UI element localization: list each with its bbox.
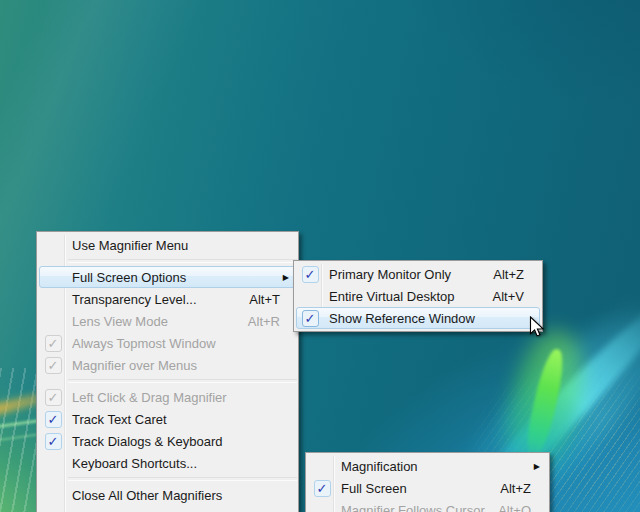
check-icon: ✓ <box>305 268 316 281</box>
menu-separator <box>37 376 298 386</box>
magnifier-mode-submenu: Magnification▶✓Full ScreenAlt+ZMagnifier… <box>305 452 550 512</box>
menu-item-shortcut: Alt+R <box>248 314 295 329</box>
menu-item-magnification[interactable]: Magnification▶ <box>308 455 547 477</box>
menu-item-lens-view-mode[interactable]: Lens View ModeAlt+R <box>39 310 296 332</box>
menu-item-shortcut: Alt+Q <box>498 503 546 512</box>
check-icon: ✓ <box>48 359 59 372</box>
menu-item-track-dialogs-keyboard[interactable]: ✓Track Dialogs & Keyboard <box>39 430 296 452</box>
menu-item-use-magnifier-menu[interactable]: Use Magnifier Menu <box>39 234 296 256</box>
menu-item-label: Lens View Mode <box>66 314 168 329</box>
menu-item-label: Use Magnifier Menu <box>66 238 188 253</box>
menu-item-label: Transparency Level... <box>66 292 197 307</box>
check-icon: ✓ <box>317 482 328 495</box>
menu-item-gutter: ✓ <box>297 310 323 327</box>
check-icon: ✓ <box>305 312 316 325</box>
menu-item-label: Full Screen Options <box>66 270 186 285</box>
magnifier-context-menu: Use Magnifier MenuFull Screen Options▶Tr… <box>36 231 299 512</box>
submenu-arrow-icon: ▶ <box>283 273 289 282</box>
menu-item-transparency-level[interactable]: Transparency Level...Alt+T <box>39 288 296 310</box>
menu-item-gutter: ✓ <box>40 335 66 352</box>
menu-item-shortcut: Alt+Z <box>493 267 539 282</box>
menu-item-close-all-magnifiers[interactable]: Close All Magnifiers <box>39 506 296 512</box>
menu-item-label: Primary Monitor Only <box>323 267 451 282</box>
menu-item-gutter: ✓ <box>309 480 335 497</box>
menu-item-shortcut: Alt+Z <box>500 481 546 496</box>
checkbox: ✓ <box>45 357 62 374</box>
menu-item-gutter: ✓ <box>40 357 66 374</box>
menu-item-label: Left Click & Drag Magnifier <box>66 390 227 405</box>
menu-item-label: Close All Other Magnifiers <box>66 488 222 503</box>
check-icon: ✓ <box>48 413 59 426</box>
menu-item-full-screen-options[interactable]: Full Screen Options▶ <box>39 266 296 288</box>
menu-item-always-topmost-window[interactable]: ✓Always Topmost Window <box>39 332 296 354</box>
menu-item-label: Magnification <box>335 459 418 474</box>
arrow-cursor-icon <box>529 316 544 338</box>
menu-item-gutter: ✓ <box>40 389 66 406</box>
menu-item-gutter: ✓ <box>40 433 66 450</box>
menu-item-keyboard-shortcuts[interactable]: Keyboard Shortcuts... <box>39 452 296 474</box>
checkbox: ✓ <box>314 480 331 497</box>
screen: { "icons": { "check_glyph": "\u2713", "s… <box>0 0 640 512</box>
wallpaper-green-ribbon <box>522 347 569 461</box>
menu-item-close-all-other-magnifiers[interactable]: Close All Other Magnifiers <box>39 484 296 506</box>
checkbox: ✓ <box>45 411 62 428</box>
full-screen-options-submenu: ✓Primary Monitor OnlyAlt+ZEntire Virtual… <box>293 260 543 332</box>
check-icon: ✓ <box>48 391 59 404</box>
menu-item-label: Always Topmost Window <box>66 336 216 351</box>
menu-separator <box>37 474 298 484</box>
menu-item-full-screen[interactable]: ✓Full ScreenAlt+Z <box>308 477 547 499</box>
menu-item-track-text-caret[interactable]: ✓Track Text Caret <box>39 408 296 430</box>
menu-item-primary-monitor-only[interactable]: ✓Primary Monitor OnlyAlt+Z <box>296 263 540 285</box>
menu-item-label: Track Text Caret <box>66 412 167 427</box>
menu-item-magnifier-follows-cursor[interactable]: Magnifier Follows CursorAlt+Q <box>308 499 547 512</box>
menu-item-label: Magnifier over Menus <box>66 358 197 373</box>
menu-item-magnifier-over-menus[interactable]: ✓Magnifier over Menus <box>39 354 296 376</box>
menu-item-gutter: ✓ <box>40 411 66 428</box>
menu-item-shortcut: Alt+T <box>249 292 295 307</box>
menu-item-label: Keyboard Shortcuts... <box>66 456 197 471</box>
menu-item-shortcut: Alt+V <box>493 289 539 304</box>
mouse-cursor <box>529 316 544 342</box>
menu-item-label: Full Screen <box>335 481 407 496</box>
submenu-arrow-icon: ▶ <box>534 462 540 471</box>
checkbox: ✓ <box>45 389 62 406</box>
menu-item-gutter: ✓ <box>297 266 323 283</box>
checkbox: ✓ <box>302 266 319 283</box>
menu-separator <box>37 256 298 266</box>
check-icon: ✓ <box>48 435 59 448</box>
menu-item-label: Magnifier Follows Cursor <box>335 503 485 512</box>
checkbox: ✓ <box>45 335 62 352</box>
menu-item-label: Track Dialogs & Keyboard <box>66 434 223 449</box>
menu-item-label: Show Reference Window <box>323 311 475 326</box>
menu-item-show-reference-window[interactable]: ✓Show Reference Window <box>296 307 540 329</box>
menu-item-label: Entire Virtual Desktop <box>323 289 455 304</box>
menu-item-left-click-drag-magnifier[interactable]: ✓Left Click & Drag Magnifier <box>39 386 296 408</box>
check-icon: ✓ <box>48 337 59 350</box>
checkbox: ✓ <box>302 310 319 327</box>
checkbox: ✓ <box>45 433 62 450</box>
menu-item-entire-virtual-desktop[interactable]: Entire Virtual DesktopAlt+V <box>296 285 540 307</box>
